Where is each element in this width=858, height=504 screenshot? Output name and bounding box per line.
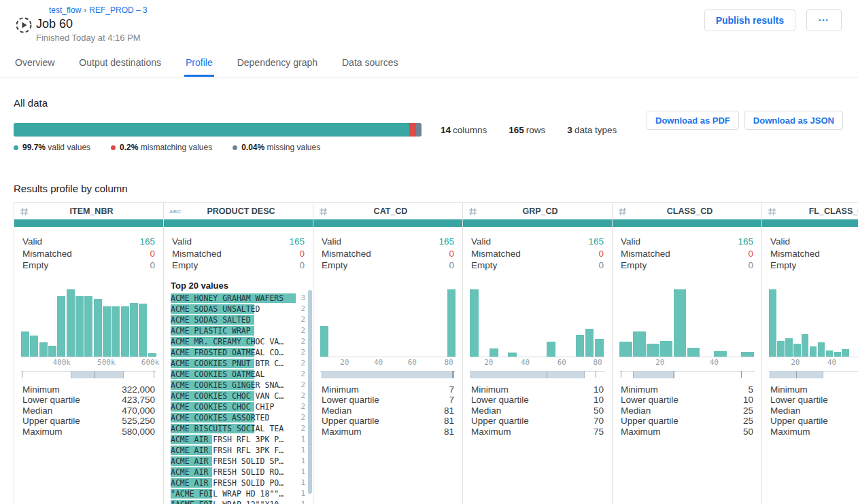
top-value-text: "ACME FOIL WRAP 12""X10… (171, 499, 284, 504)
top-value-row[interactable]: ACME FROSTED OATMEAL CO…2 (171, 347, 305, 358)
histogram[interactable] (769, 289, 858, 357)
histogram-bar (826, 350, 834, 357)
top-value-text: "ACME FOIL WRAP HD 18""… (171, 488, 284, 499)
count-label-valid: Valid (22, 236, 42, 248)
top-value-count: 1 (301, 488, 305, 499)
top-value-row[interactable]: "ACME FOIL WRAP 12""X10…1 (171, 499, 305, 504)
top-value-row[interactable]: ACME COOKIES GINGER SNA…2 (171, 380, 305, 391)
column-name: GRP_CD (483, 206, 606, 216)
median-line (452, 371, 453, 378)
tab-dependency-graph[interactable]: Dependency graph (236, 51, 319, 77)
summary-stat-label: Maximum (471, 427, 511, 437)
top-value-row[interactable]: ACME COOKIES ASSORTED2 (171, 412, 305, 423)
summary-stat-label: Minimum (322, 384, 359, 395)
summary-stat-value: 70 (594, 416, 604, 427)
summary-stat-value: 10 (594, 384, 604, 395)
top-value-row[interactable]: ACME COOKIES CHOC CHIP2 (171, 401, 305, 412)
top-value-count: 2 (301, 304, 305, 314)
column-card-header: ITEM_NBR (14, 203, 163, 219)
summary-stat-row: Minimum7 (322, 384, 454, 395)
download-pdf-button[interactable]: Download as PDF (647, 111, 739, 130)
top-value-count: 2 (301, 369, 305, 380)
top-values-list: ACME HONEY GRAHAM WAFERS3ACME SODAS UNSA… (171, 293, 305, 504)
count-row-mismatched: Mismatched0 (22, 248, 155, 260)
dataset-stat-rows: 165rows (509, 125, 545, 135)
tab-overview[interactable]: Overview (14, 51, 56, 77)
top-value-row[interactable]: ACME AIR FRESH SOLID SP…1 (171, 456, 305, 467)
column-card-class-cd: CLASS_CDValid165Mismatched0Empty02040Min… (613, 203, 762, 504)
top-value-row[interactable]: ACME PLASTIC WRAP2 (171, 325, 305, 336)
publish-results-button[interactable]: Publish results (704, 10, 795, 31)
top-value-row[interactable]: ACME AIR FRESH SOLID PO…1 (171, 478, 305, 488)
histogram[interactable] (470, 289, 605, 357)
median-line (674, 371, 674, 378)
download-json-button[interactable]: Download as JSON (744, 111, 843, 130)
scrollbar-thumb[interactable] (308, 290, 312, 494)
top-value-row[interactable]: "ACME FOIL WRAP HD 18""…1 (171, 488, 305, 499)
count-value-mismatched: 0 (598, 248, 604, 260)
top-value-row[interactable]: ACME COOKIES PNUT BTR C…2 (171, 358, 305, 369)
count-row-valid: Valid165 (172, 236, 305, 248)
top-values-title: Top 20 values (171, 281, 306, 291)
summary-stat-value: 81 (444, 416, 454, 427)
axis-tick-label: 60 (408, 358, 417, 367)
top-value-row[interactable]: ACME AIR FRESH SOLID RO…1 (171, 467, 305, 478)
quartile-brush[interactable] (470, 371, 605, 378)
breadcrumb-link-dataset[interactable]: REF_PROD – 3 (89, 5, 147, 15)
summary-stat-label: Lower quartile (621, 395, 679, 406)
valid-ratio-bar (762, 219, 858, 227)
all-data-title: All data (14, 97, 842, 109)
quartile-brush[interactable] (320, 371, 456, 378)
top-value-text: ACME AIR FRESH SOLID SP… (171, 456, 284, 467)
top-value-count: 2 (301, 314, 305, 325)
median-line (95, 371, 95, 378)
tab-profile[interactable]: Profile (184, 51, 214, 77)
histogram-bar (777, 341, 785, 357)
top-value-count: 1 (301, 434, 305, 445)
top-value-row[interactable]: ACME AIR FRSH RFL 3PK P…1 (171, 434, 305, 445)
histogram[interactable] (619, 289, 755, 357)
profile-section: Results profile by column ITEM_NBRValid1… (0, 183, 858, 504)
top-value-text: ACME AIR FRSH RFL 3PK F… (171, 445, 284, 456)
histogram-bar (547, 342, 555, 357)
validity-bar (14, 123, 422, 137)
summary-stat-row: Maximum81 (322, 427, 454, 437)
count-label-empty: Empty (770, 259, 796, 272)
top-value-text: ACME COOKIES CHOC VAN C… (171, 391, 284, 401)
count-row-mismatched: Mismatched0 (172, 248, 305, 260)
count-row-mismatched: Mismatched (770, 248, 858, 260)
quartile-brush[interactable] (769, 371, 858, 378)
tab-data-sources[interactable]: Data sources (341, 51, 399, 77)
top-value-row[interactable]: ACME MR. CREAMY CHOC VA…2 (171, 336, 305, 347)
breadcrumb-separator: › (84, 5, 86, 15)
valid-ratio-bar (14, 219, 163, 227)
top-value-row[interactable]: ACME SODAS SALTED2 (171, 314, 305, 325)
count-row-empty: Empty0 (621, 259, 753, 272)
count-value-empty: 0 (299, 259, 305, 272)
top-value-row[interactable]: ACME COOKIES CHOC VAN C…2 (171, 391, 305, 401)
histogram[interactable] (21, 289, 156, 357)
top-value-row[interactable]: ACME HONEY GRAHAM WAFERS3 (171, 293, 305, 304)
more-actions-button[interactable]: ••• (806, 10, 842, 31)
top-value-row[interactable]: ACME COOKIES OATMEAL2 (171, 369, 305, 380)
summary-stat-label: Median (471, 406, 501, 416)
histogram-axis: 2040 (619, 357, 755, 367)
top-value-count: 1 (301, 445, 305, 456)
summary-stat-row: Lower quartile423,750 (22, 395, 155, 406)
histogram[interactable] (320, 289, 456, 357)
count-value-valid: 165 (588, 236, 604, 248)
breadcrumb-link-flow[interactable]: test_flow (49, 5, 81, 15)
tab-output-destinations[interactable]: Output destinations (78, 51, 162, 77)
column-name: PRODUCT DESC (184, 206, 307, 216)
top-value-row[interactable]: ACME AIR FRSH RFL 3PK F…1 (171, 445, 305, 456)
quartile-brush[interactable] (619, 371, 755, 378)
summary-stat-value: 322,000 (122, 384, 155, 395)
quartile-brush[interactable] (21, 371, 156, 378)
count-value-mismatched: 0 (748, 248, 753, 260)
top-value-row[interactable]: ACME BISCUITS SOCIAL TEA2 (171, 423, 305, 434)
validity-bar-segment-valid (14, 123, 409, 137)
top-value-row[interactable]: ACME SODAS UNSALTED2 (171, 304, 305, 314)
top-value-count: 1 (301, 456, 305, 467)
summary-stats: Minimum7Lower quartile7Median81Upper qua… (313, 384, 462, 437)
max-whisker (453, 371, 454, 378)
